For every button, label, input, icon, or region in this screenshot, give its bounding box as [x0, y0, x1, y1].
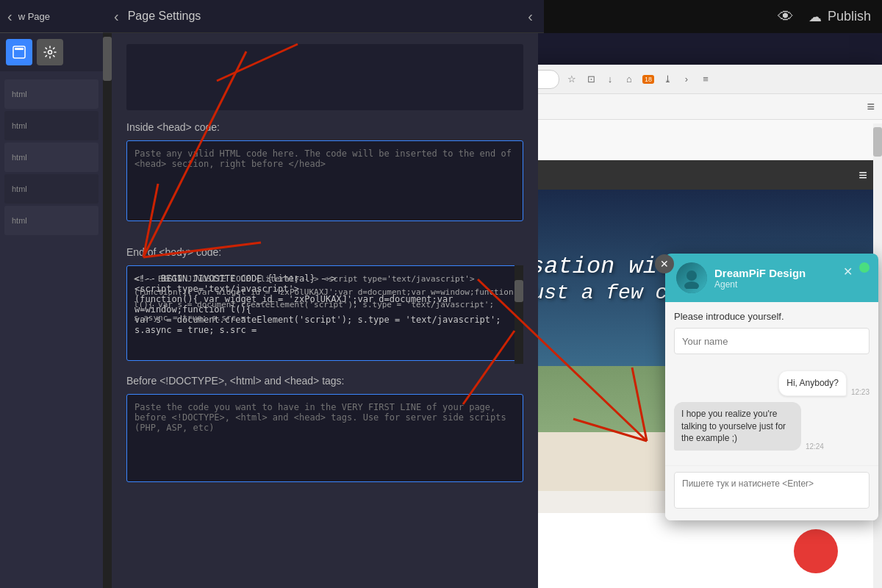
- left-scroll-thumb[interactable]: [103, 37, 112, 81]
- chat-agent-role: Agent: [714, 279, 867, 290]
- body-code-textarea[interactable]: [126, 265, 523, 361]
- browser-download2-icon[interactable]: ⤓: [659, 71, 675, 87]
- left-sidebar: ‹ w Page html html html html: [0, 0, 103, 588]
- sidebar-item-label-3: html: [12, 153, 27, 162]
- body-code-scrollbar[interactable]: [514, 265, 523, 364]
- sidebar-item[interactable]: html: [4, 111, 98, 140]
- chat-dismiss-button[interactable]: ✕: [655, 254, 674, 273]
- sidebar-item-label-2: html: [12, 121, 27, 130]
- left-scroll-indicator: [103, 33, 112, 588]
- chat-avatar: [676, 262, 707, 293]
- firefox-badge: 18: [642, 75, 654, 84]
- svg-point-13: [684, 282, 699, 289]
- browser-home-icon[interactable]: ⌂: [621, 71, 637, 87]
- sidebar-settings-icon[interactable]: [37, 39, 63, 65]
- body-code-scroll-thumb[interactable]: [514, 280, 523, 302]
- sidebar-item[interactable]: html: [4, 206, 98, 235]
- page-title: Page Settings: [128, 10, 528, 23]
- browser-toolbar-icons: ☆ ⊡ ↓ ⌂ 18 ⤓ › ≡: [564, 71, 714, 87]
- svg-point-2: [49, 51, 52, 54]
- preview-icon[interactable]: 👁: [778, 7, 794, 26]
- chat-body: Please introduce yourself.: [665, 302, 878, 370]
- chat-header: DreamPiF Design Agent ✕: [665, 254, 878, 302]
- chat-message-input[interactable]: [674, 472, 870, 509]
- sidebar-item[interactable]: html: [4, 79, 98, 109]
- chat-footer: [665, 465, 878, 520]
- browser-content-menu[interactable]: ≡: [867, 99, 875, 115]
- upload-icon: ☁: [808, 9, 822, 25]
- page-settings-panel: Inside <head> code: End of <body> code: …: [112, 33, 538, 588]
- sidebar-icon-group: [0, 33, 103, 71]
- chat-online-indicator: [859, 262, 870, 273]
- svg-point-12: [686, 270, 697, 281]
- svg-rect-1: [15, 48, 24, 50]
- browser-more-icon[interactable]: ≡: [698, 71, 714, 87]
- sidebar-top-bar: ‹ w Page: [0, 0, 103, 33]
- browser-download-icon[interactable]: ⊡: [583, 71, 599, 87]
- toolbar-back-button[interactable]: ‹: [114, 8, 119, 25]
- sidebar-item[interactable]: html: [4, 143, 98, 172]
- chat-intro-text: Please introduce yourself.: [674, 311, 870, 322]
- chat-bubble-incoming: I hope you realize you're talking to you…: [674, 402, 801, 451]
- publish-label: Publish: [828, 9, 871, 24]
- hamburger-icon[interactable]: ≡: [858, 167, 867, 184]
- browser-arrow-icon[interactable]: ›: [678, 71, 695, 87]
- chat-message-row-incoming: I hope you realize you're talking to you…: [674, 402, 870, 451]
- publish-button[interactable]: ☁ Publish: [808, 9, 871, 25]
- chat-close-button[interactable]: ✕: [843, 265, 853, 279]
- chat-messages: 12:23 Hi, Anybody? I hope you realize yo…: [665, 370, 878, 465]
- chat-message-row-outgoing: 12:23 Hi, Anybody?: [674, 370, 870, 396]
- before-doctype-title: Before <!DOCTYPE>, <html> and <head> tag…: [126, 375, 523, 387]
- page-settings-toolbar: ‹ Page Settings ‹: [103, 0, 544, 33]
- sidebar-items-list: html html html html html: [0, 71, 103, 243]
- browser-scroll-thumb[interactable]: [873, 127, 882, 157]
- toolbar-close-button[interactable]: ‹: [528, 8, 533, 25]
- body-code-title: End of <body> code:: [126, 246, 523, 258]
- chat-timestamp-2: 12:24: [806, 442, 824, 451]
- chat-avatar-image: [676, 262, 707, 293]
- red-circle: [794, 529, 838, 573]
- sidebar-new-page-label: w Page: [18, 11, 50, 22]
- chat-name-input[interactable]: [674, 328, 870, 354]
- browser-firefox-icon[interactable]: 18: [640, 71, 656, 87]
- sidebar-item-label-5: html: [12, 216, 27, 225]
- sidebar-item[interactable]: html: [4, 174, 98, 204]
- sidebar-back-button[interactable]: ‹: [7, 8, 12, 25]
- preview-block: [126, 44, 523, 110]
- chat-bubble-outgoing: Hi, Anybody?: [778, 370, 847, 396]
- head-code-textarea[interactable]: [126, 140, 523, 221]
- avatar-icon: [681, 267, 703, 289]
- before-doctype-textarea[interactable]: [126, 394, 523, 482]
- chat-widget: DreamPiF Design Agent ✕ Please introduce…: [665, 254, 878, 520]
- sidebar-item-label-1: html: [12, 90, 27, 98]
- sidebar-item-label-4: html: [12, 184, 27, 193]
- head-code-title: Inside <head> code:: [126, 121, 523, 133]
- browser-arrow-down-icon[interactable]: ↓: [602, 71, 618, 87]
- sidebar-page-icon[interactable]: [6, 39, 32, 65]
- right-toolbar: 👁 ☁ Publish: [544, 0, 882, 33]
- chat-timestamp-1: 12:23: [851, 388, 870, 396]
- browser-star-icon[interactable]: ☆: [564, 71, 580, 87]
